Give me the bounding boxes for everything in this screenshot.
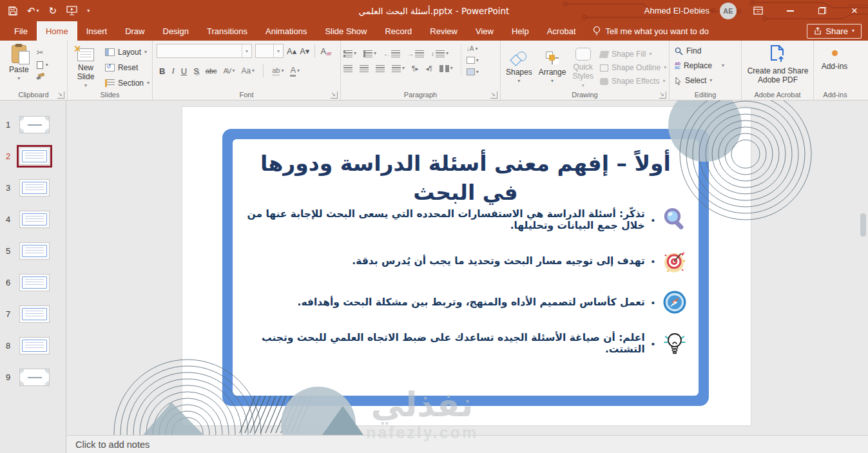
tab-slide-show[interactable]: Slide Show [316, 21, 376, 41]
tab-insert[interactable]: Insert [77, 21, 117, 41]
thumbnail-slide-6[interactable]: 6 [0, 267, 66, 298]
justify-button[interactable]: ▾ [392, 65, 405, 72]
tab-draw[interactable]: Draw [116, 21, 153, 41]
tell-me-box[interactable]: Tell me what you want to do [585, 21, 717, 41]
convert-smartart-button[interactable]: ▾ [467, 68, 479, 75]
current-slide[interactable]: أولاً – إفهم معنى أسئلة الدراسة ودورها ف… [182, 107, 751, 425]
thumbnail-slide-5[interactable]: 5 [0, 235, 66, 267]
notes-pane[interactable]: Click to add notes [67, 435, 868, 453]
text-shadow-button[interactable]: S [193, 66, 199, 76]
slide-5-thumb[interactable] [19, 242, 50, 260]
new-slide-button[interactable]: New Slide ▾ [70, 44, 101, 90]
bullet-row-4[interactable]: اعلم: أن صياغة الأسئلة الجيده تساعدك على… [246, 330, 688, 357]
slide-7-thumb[interactable] [19, 305, 50, 323]
slide-4-thumb[interactable] [19, 211, 50, 228]
thumbnail-slide-8[interactable]: 8 [0, 330, 66, 361]
ribbon-display-options-button[interactable] [747, 0, 769, 21]
tab-design[interactable]: Design [154, 21, 198, 41]
ltr-direction-button[interactable]: ¶▸ [412, 65, 418, 72]
arrange-button[interactable]: Arrange ▾ [536, 48, 569, 85]
redo-button[interactable]: ↻ [49, 6, 57, 15]
select-button[interactable]: Select ▾ [675, 75, 738, 86]
italic-button[interactable]: I [171, 66, 174, 76]
replace-button[interactable]: abac Replace ▾ [675, 61, 738, 71]
layout-button[interactable]: Layout▾ [105, 45, 149, 59]
align-left-button[interactable] [343, 65, 352, 72]
bold-button[interactable]: B [159, 66, 165, 76]
text-direction-button[interactable]: ↓A▾ [467, 45, 479, 52]
shape-effects-button[interactable]: Shape Effects▾ [600, 77, 666, 86]
numbering-button[interactable]: ▾ [363, 50, 376, 57]
slide-8-thumb[interactable] [19, 337, 50, 354]
underline-button[interactable]: U [181, 66, 187, 76]
close-button[interactable]: × [844, 0, 865, 21]
tab-help[interactable]: Help [503, 21, 538, 41]
decrease-indent-button[interactable]: ← [383, 50, 400, 57]
copy-button[interactable]: ▾ [37, 61, 48, 69]
cut-button[interactable]: ✂ [37, 48, 48, 57]
start-slideshow-button[interactable] [66, 6, 77, 15]
undo-button[interactable]: ↶▾ [27, 6, 39, 15]
thumbnail-slide-2-selected[interactable]: 2 [0, 140, 66, 172]
font-name-combobox[interactable]: ▾ [157, 44, 252, 58]
tab-home[interactable]: Home [37, 21, 77, 41]
slide-9-thumb[interactable] [19, 369, 50, 386]
font-color-button[interactable]: A▾ [290, 65, 300, 77]
increase-indent-button[interactable]: → [407, 50, 424, 57]
addins-button[interactable]: Add-ins [816, 44, 853, 72]
bullet-row-1[interactable]: تذكّر: أسئلة الدراسة هي الاستفسارات المح… [246, 206, 688, 233]
increase-font-size-button[interactable]: A▴ [287, 47, 296, 55]
character-spacing-button[interactable]: AV▾ [224, 67, 235, 75]
tab-acrobat[interactable]: Acrobat [538, 21, 585, 41]
align-text-button[interactable]: ▾ [467, 57, 479, 64]
shape-fill-button[interactable]: Shape Fill▾ [600, 50, 666, 59]
slide-2-thumb[interactable] [19, 148, 50, 165]
clipboard-dialog-launcher[interactable]: ↘ [57, 92, 64, 99]
bullet-row-2[interactable]: تهدف إلى توجيه مسار البحث وتحديد ما يجب … [246, 247, 688, 275]
tab-record[interactable]: Record [376, 21, 421, 41]
tab-review[interactable]: Review [421, 21, 467, 41]
clear-formatting-button[interactable]: A [320, 47, 331, 55]
vertical-scrollbar-thumb[interactable] [860, 213, 866, 236]
align-center-button[interactable] [360, 65, 369, 72]
format-painter-button[interactable] [37, 73, 46, 81]
bullets-button[interactable]: ▾ [343, 50, 356, 57]
font-size-combobox[interactable]: ▾ [255, 44, 284, 58]
decrease-font-size-button[interactable]: A▾ [300, 47, 309, 55]
columns-button[interactable]: ▾ [439, 65, 453, 72]
rtl-direction-button[interactable]: ◂¶ [425, 65, 432, 72]
slide-title[interactable]: أولاً – إفهم معنى أسئلة الدراسة ودورها ف… [233, 149, 699, 207]
quick-styles-button[interactable]: Quick Styles ▾ [570, 44, 596, 90]
save-button[interactable] [8, 6, 17, 15]
strikethrough-button[interactable]: abc [206, 67, 217, 75]
tab-animations[interactable]: Animations [256, 21, 316, 41]
section-button[interactable]: Section▾ [105, 76, 149, 90]
tab-transitions[interactable]: Transitions [198, 21, 256, 41]
slide-6-thumb[interactable] [19, 274, 50, 291]
tab-view[interactable]: View [467, 21, 503, 41]
restore-button[interactable] [811, 0, 833, 21]
thumbnail-slide-9[interactable]: 9 [0, 361, 66, 393]
tab-file[interactable]: File [5, 21, 37, 41]
share-button[interactable]: Share ▾ [807, 24, 862, 39]
paragraph-dialog-launcher[interactable]: ↘ [490, 92, 497, 99]
reset-button[interactable]: Reset [105, 61, 149, 75]
line-spacing-button[interactable]: ↕▾ [431, 50, 448, 57]
thumbnail-slide-3[interactable]: 3 [0, 172, 66, 204]
change-case-button[interactable]: Aa▾ [241, 66, 255, 75]
minimize-button[interactable] [779, 0, 801, 21]
thumbnail-slide-1[interactable]: 1 [0, 109, 66, 140]
slide-3-thumb[interactable] [19, 179, 50, 197]
customize-qat-button[interactable]: ▾ [87, 8, 90, 14]
thumbnail-slide-7[interactable]: 7 [0, 298, 66, 330]
create-share-pdf-button[interactable]: Create and Share Adobe PDF [744, 44, 811, 86]
text-highlight-button[interactable]: ab▾ [272, 66, 284, 76]
align-right-button[interactable] [376, 65, 385, 72]
slide-1-thumb[interactable] [19, 116, 50, 133]
paste-button[interactable]: Paste ▾ [6, 44, 32, 82]
find-button[interactable]: Find [675, 46, 738, 56]
font-dialog-launcher[interactable]: ↘ [331, 92, 338, 99]
avatar[interactable]: AE [720, 3, 737, 19]
shape-outline-button[interactable]: Shape Outline▾ [600, 63, 666, 72]
drawing-dialog-launcher[interactable]: ↘ [659, 92, 666, 99]
